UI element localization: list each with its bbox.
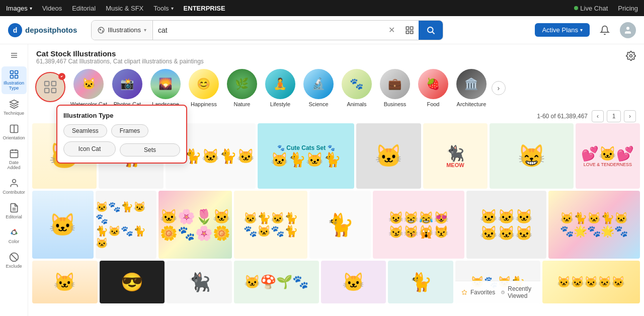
category-photos-cat[interactable]: 📸 Photos Cat — [109, 69, 145, 107]
favorites-button[interactable]: Favorites — [459, 283, 497, 301]
image-card-17[interactable]: 🐱 — [32, 261, 98, 303]
nav-music[interactable]: Music & SFX — [106, 5, 143, 12]
popup-btn-icon-cat[interactable]: Icon Cat — [63, 141, 116, 156]
image-card-13[interactable]: 🐈 — [309, 191, 371, 259]
image-card-11[interactable]: 🐱🌸🌷🐱🌼🐾🌸🌼 — [158, 191, 232, 259]
image-card-9[interactable]: 🐱 — [32, 191, 94, 259]
top-nav: Images ▾ Videos Editorial Music & SFX To… — [0, 0, 644, 16]
category-watercolor-cat[interactable]: 🐱 Watercolor Cat — [70, 69, 107, 107]
svg-point-8 — [428, 27, 433, 33]
categories-row: 🐱 Watercolor Cat 📸 Photos Cat 🌄 Landscap… — [28, 67, 644, 109]
category-lifestyle[interactable]: 🧘 Lifestyle — [262, 69, 298, 107]
nav-right: Active Plans ▾ — [535, 21, 636, 39]
sidebar-item-exclude[interactable]: Exclude — [2, 249, 27, 272]
image-card-19[interactable]: 🐈‍⬛ — [167, 261, 232, 303]
svg-line-9 — [433, 32, 435, 34]
sidebar-item-technique[interactable]: Technique — [2, 96, 27, 119]
search-type-chevron: ▾ — [144, 27, 146, 33]
live-chat-link[interactable]: Live Chat — [574, 5, 608, 12]
popup-btn-sets[interactable]: Sets — [120, 143, 180, 156]
pricing-link[interactable]: Pricing — [618, 5, 638, 12]
nav-enterprise[interactable]: ENTERPRISE — [184, 5, 225, 12]
image-card-14[interactable]: 😺😸😹😻😼😽🙀😾 — [373, 191, 464, 259]
category-business[interactable]: 💼 Business — [377, 69, 413, 107]
sidebar-item-editorial[interactable]: Editorial — [2, 200, 27, 222]
sidebar-item-date-added[interactable]: Date Added — [2, 145, 27, 173]
search-type-selector[interactable]: Illustrations ▾ — [92, 21, 153, 40]
current-page: 1 — [607, 110, 621, 122]
svg-line-32 — [11, 254, 17, 260]
image-card-7[interactable]: 😸 — [490, 123, 574, 189]
image-card-22[interactable]: 🐈 — [388, 261, 453, 303]
sidebar-item-color[interactable]: Color — [2, 224, 27, 247]
image-card-20[interactable]: 🐱🍄🌱🐾 — [234, 261, 319, 303]
svg-rect-36 — [45, 89, 49, 93]
image-grid-row-2: 🐱 🐱🐾🐈🐱🐾🐈🐱🐾🐈🐱 🐱🌸🌷🐱🌼🐾🌸🌼 🐱🐈🐱🐈🐾🐱🐾🐈 🐈 — [28, 191, 644, 259]
search-button[interactable] — [419, 20, 443, 40]
left-sidebar: Illustration Type Technique Orientation … — [0, 44, 28, 316]
svg-rect-5 — [411, 27, 413, 29]
popup-title: Illustration Type — [63, 112, 180, 119]
nav-videos[interactable]: Videos — [42, 5, 62, 12]
svg-rect-7 — [407, 31, 409, 33]
image-card-4[interactable]: 🐾 Cute Cats Set 🐾 🐱🐈🐱🐈 — [258, 123, 354, 189]
category-happiness[interactable]: 😊 Happiness — [186, 69, 222, 107]
image-card-5[interactable]: 🐱 — [356, 123, 421, 189]
image-card-18[interactable]: 😎 — [100, 261, 165, 303]
categories-next-button[interactable]: › — [492, 81, 506, 95]
search-input[interactable] — [153, 26, 382, 34]
results-range: 1-60 of 61,389,467 — [537, 113, 588, 120]
logo-icon: d — [8, 23, 22, 37]
image-card-23[interactable]: 🐱🐾🐱🐈 Favorites Recently Viewed — [455, 261, 540, 303]
svg-point-30 — [12, 230, 16, 234]
category-science[interactable]: 🔬 Science — [300, 69, 337, 107]
category-animals[interactable]: 🐾 Animals — [339, 69, 375, 107]
page-title: Cat Stock Illustrations — [36, 49, 204, 58]
category-item-illustration-type[interactable] — [32, 72, 68, 104]
svg-rect-15 — [15, 71, 18, 74]
logo[interactable]: d depositphotos — [8, 23, 77, 37]
image-card-21[interactable]: 🐱 — [321, 261, 386, 303]
category-architecture[interactable]: 🏛️ Architecture — [453, 69, 490, 107]
image-card-10[interactable]: 🐱🐾🐈🐱🐾🐈🐱🐾🐈🐱 — [96, 191, 157, 259]
category-landscape[interactable]: 🌄 Landscape — [147, 69, 184, 107]
search-bar: Illustrations ▾ ✕ — [91, 20, 443, 40]
illustration-type-popup: Illustration Type Seamless Frames Icon C… — [56, 105, 187, 164]
sidebar-expand-button[interactable] — [5, 48, 23, 62]
svg-point-1 — [100, 29, 101, 30]
nav-editorial[interactable]: Editorial — [72, 5, 96, 12]
sidebar-item-orientation[interactable]: Orientation — [2, 121, 27, 143]
live-chat-indicator — [574, 6, 578, 10]
image-card-15[interactable]: 🐱🐱🐱🐱🐱🐱 — [466, 191, 546, 259]
display-settings-button[interactable] — [626, 51, 636, 63]
image-card-6[interactable]: 🐈‍⬛ MEOW — [423, 123, 488, 189]
popup-btn-frames[interactable]: Frames — [111, 124, 149, 137]
category-food[interactable]: 🍓 Food — [415, 69, 451, 107]
prev-page-button[interactable]: ‹ — [592, 110, 604, 122]
svg-point-10 — [626, 27, 629, 30]
visual-search-button[interactable] — [400, 21, 419, 39]
avatar[interactable] — [620, 22, 636, 38]
image-card-16[interactable]: 🐱🐈🐱🐈🐱🐾🌟🐾🌟🐾 — [548, 191, 640, 259]
active-plans-button[interactable]: Active Plans ▾ — [535, 23, 590, 37]
bottom-overlay-panel: Favorites Recently Viewed — [455, 281, 540, 303]
image-card-8[interactable]: 💕🐱💕 LOVE & TENDERNESS — [576, 123, 640, 189]
notifications-button[interactable] — [596, 21, 614, 39]
svg-rect-17 — [15, 75, 18, 78]
nav-tools[interactable]: Tools ▾ — [153, 5, 173, 12]
illustrations-icon — [98, 27, 105, 34]
clear-search-button[interactable]: ✕ — [382, 21, 400, 39]
recently-viewed-button[interactable]: Recently Viewed — [499, 283, 536, 301]
sidebar-item-illustration-type[interactable]: Illustration Type — [2, 66, 27, 94]
popup-buttons: Seamless Frames Icon Cat Sets — [63, 124, 180, 156]
popup-btn-seamless[interactable]: Seamless — [63, 124, 107, 137]
breadcrumb-sub: 61,389,467 Cat Illustrations, Cat clipar… — [36, 58, 204, 65]
sidebar-item-contributor[interactable]: Contributor — [2, 175, 27, 198]
category-nature[interactable]: 🌿 Nature — [224, 69, 260, 107]
svg-marker-38 — [462, 290, 467, 295]
nav-images[interactable]: Images ▾ — [6, 5, 32, 12]
next-page-button[interactable]: › — [624, 110, 636, 122]
svg-rect-20 — [10, 150, 18, 157]
image-card-12[interactable]: 🐱🐈🐱🐈🐾🐱🐾🐈 — [234, 191, 307, 259]
image-card-24[interactable]: 🐱🐱🐱🐱🐱 — [542, 261, 640, 303]
